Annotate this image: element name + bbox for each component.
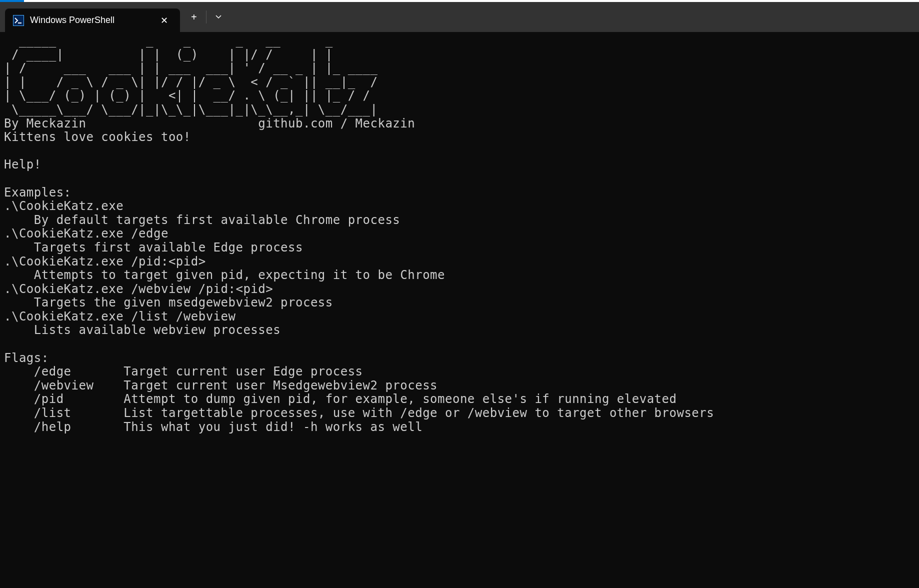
flag-name: /pid <box>4 392 124 406</box>
flag-desc: Target current user Edge process <box>124 364 362 378</box>
tab-title: Windows PowerShell <box>30 15 150 26</box>
example-desc: Targets first available Edge process <box>4 240 303 254</box>
example-desc: Lists available webview processes <box>4 323 280 337</box>
title-bar: Windows PowerShell ✕ + <box>0 2 919 32</box>
flag-name: /list <box>4 406 124 420</box>
close-tab-button[interactable]: ✕ <box>156 13 172 28</box>
example-cmd: .\CookieKatz.exe /edge <box>4 226 168 240</box>
example-desc: Targets the given msedgewebview2 process <box>4 296 333 310</box>
new-tab-button[interactable]: + <box>184 8 204 27</box>
ascii-art-banner: _____ _ _ _ __ _ / ____| | | (_) | |/ / … <box>4 34 385 116</box>
flags-heading: Flags: <box>4 351 49 365</box>
flag-desc: Attempt to dump given pid, for example, … <box>124 392 676 406</box>
example-desc: By default targets first available Chrom… <box>4 213 400 227</box>
chevron-down-icon <box>216 15 222 19</box>
flag-name: /help <box>4 420 124 434</box>
examples-heading: Examples: <box>4 186 72 200</box>
example-cmd: .\CookieKatz.exe <box>4 199 124 213</box>
powershell-icon <box>13 15 24 26</box>
tagline-text: Kittens love cookies too! <box>4 130 191 144</box>
example-cmd: .\CookieKatz.exe /list /webview <box>4 310 236 324</box>
tab-controls: + <box>184 2 228 32</box>
window-top-border <box>0 0 919 2</box>
flag-name: /webview <box>4 378 124 392</box>
example-cmd: .\CookieKatz.exe /pid:<pid> <box>4 254 206 268</box>
powershell-icon-svg <box>14 18 22 24</box>
flag-desc: This what you just did! -h works as well <box>124 420 422 434</box>
active-tab[interactable]: Windows PowerShell ✕ <box>5 8 180 32</box>
divider <box>206 10 206 24</box>
flag-desc: List targettable processes, use with /ed… <box>124 406 714 420</box>
loading-indicator <box>0 0 24 2</box>
byline-text: By Meckazin github.com / Meckazin <box>4 116 415 130</box>
help-heading: Help! <box>4 158 42 172</box>
example-cmd: .\CookieKatz.exe /webview /pid:<pid> <box>4 282 273 296</box>
tab-dropdown-button[interactable] <box>208 11 228 23</box>
example-desc: Attempts to target given pid, expecting … <box>4 268 445 282</box>
terminal-output[interactable]: _____ _ _ _ __ _ / ____| | | (_) | |/ / … <box>0 32 919 436</box>
flag-name: /edge <box>4 364 124 378</box>
flag-desc: Target current user Msedgewebview2 proce… <box>124 378 438 392</box>
